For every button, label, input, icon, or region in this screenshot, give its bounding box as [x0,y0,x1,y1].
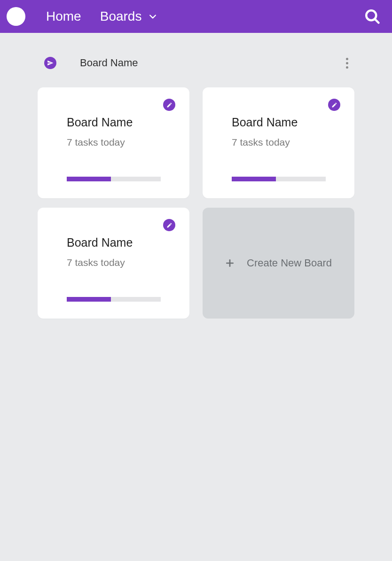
board-subtitle: 7 tasks today [67,257,160,268]
board-progress-track [67,177,161,181]
chevron-down-icon [148,12,157,21]
edit-board-button[interactable] [163,219,175,231]
create-board-label: Create New Board [247,257,332,269]
board-card[interactable]: Board Name 7 tasks today [38,87,189,198]
board-subtitle: 7 tasks today [67,137,160,148]
board-subtitle: 7 tasks today [232,137,325,148]
search-button[interactable] [362,6,383,27]
svg-line-1 [375,19,378,23]
avatar[interactable] [7,7,25,26]
edit-board-button[interactable] [163,99,175,111]
board-progress-fill [232,177,276,181]
nav-home[interactable]: Home [46,9,81,24]
nav-boards-label: Boards [100,9,142,24]
boards-grid: Board Name 7 tasks today Board Name 7 ta… [38,87,354,319]
board-progress-track [232,177,326,181]
board-card[interactable]: Board Name 7 tasks today [38,208,189,319]
board-progress-track [67,297,161,302]
search-icon [364,8,381,25]
nav-items: Home Boards [46,9,157,24]
more-options-button[interactable] [340,56,353,70]
plus-icon [225,258,235,268]
board-title: Board Name [232,116,325,129]
pencil-icon [166,222,172,228]
board-progress-fill [67,177,111,181]
pencil-icon [166,102,172,108]
edit-board-button[interactable] [328,99,340,111]
section-title: Board Name [80,57,340,69]
board-progress-fill [67,297,111,302]
board-card[interactable]: Board Name 7 tasks today [203,87,354,198]
board-title: Board Name [67,236,160,249]
create-board-card[interactable]: Create New Board [203,208,354,319]
top-navbar: Home Boards [0,0,392,33]
more-vertical-icon [346,58,348,69]
nav-boards[interactable]: Boards [100,9,158,24]
section-header: Board Name [38,52,354,74]
content-area: Board Name Board Name 7 tasks today Boar… [0,33,392,319]
board-title: Board Name [67,116,160,129]
paper-plane-icon [44,57,56,69]
pencil-icon [331,102,337,108]
